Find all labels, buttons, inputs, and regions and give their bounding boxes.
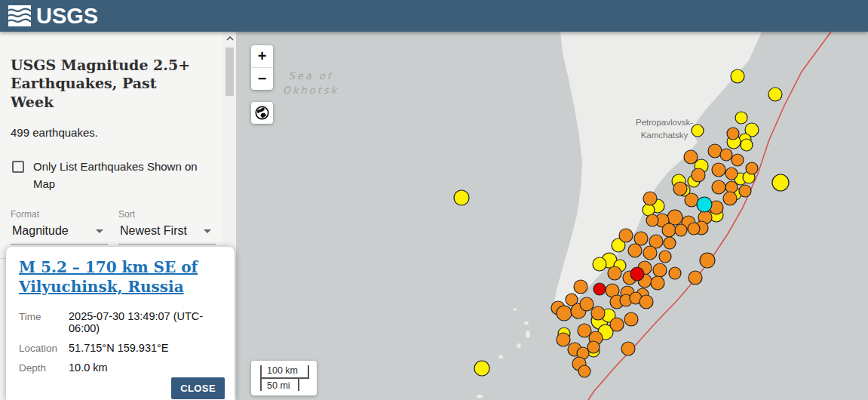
- earthquake-marker-orange[interactable]: [688, 223, 700, 235]
- earthquake-marker-red[interactable]: [630, 267, 644, 281]
- earthquake-marker-orange[interactable]: [643, 246, 657, 260]
- zoom-out-button[interactable]: −: [251, 68, 273, 90]
- depth-label: Depth: [19, 362, 69, 374]
- earthquake-marker-orange[interactable]: [580, 297, 593, 311]
- earthquake-detail-popup: M 5.2 – 170 km SE of Vilyuchinsk, Russia…: [6, 247, 235, 400]
- usgs-header: USGS: [0, 0, 868, 32]
- earthquake-marker-orange[interactable]: [659, 251, 671, 263]
- chevron-down-icon: [96, 229, 103, 233]
- island: [526, 331, 530, 338]
- earthquake-marker-yellow[interactable]: [593, 257, 606, 271]
- earthquake-marker-yellow[interactable]: [772, 174, 789, 191]
- sort-select[interactable]: Newest First: [118, 220, 216, 245]
- earthquake-marker-yellow[interactable]: [454, 190, 469, 205]
- earthquake-marker-orange[interactable]: [619, 229, 633, 242]
- earthquake-marker-orange[interactable]: [557, 333, 570, 346]
- petropavlovsk-kamchatsky-label: Petropavlovsk- Kamchatsky: [630, 116, 699, 141]
- earthquake-marker-orange[interactable]: [675, 224, 687, 236]
- earthquake-marker-orange[interactable]: [669, 267, 681, 279]
- map-scale: 100 km 50 mi: [251, 361, 317, 395]
- earthquake-marker-orange[interactable]: [634, 232, 648, 245]
- earthquake-marker-orange[interactable]: [646, 214, 658, 226]
- time-row: Time 2025-07-30 13:49:07 (UTC-06:00): [19, 310, 222, 334]
- location-label: Location: [19, 342, 69, 354]
- time-label: Time: [19, 310, 69, 334]
- zoom-control: + −: [251, 45, 273, 90]
- format-value: Magnitude: [12, 224, 69, 238]
- earthquake-marker-orange[interactable]: [725, 168, 738, 180]
- globe-button[interactable]: [251, 102, 273, 124]
- earthquake-marker-orange[interactable]: [712, 163, 725, 177]
- earthquake-marker-orange[interactable]: [610, 318, 624, 331]
- earthquake-marker-orange[interactable]: [689, 271, 702, 285]
- only-list-shown-checkbox-row[interactable]: Only List Earthquakes Shown on Map: [11, 158, 207, 193]
- earthquake-marker-orange[interactable]: [708, 144, 722, 158]
- earthquake-marker-orange[interactable]: [732, 154, 744, 166]
- sea-of-okhotsk-label: Sea of Okhotsk: [269, 69, 352, 98]
- sort-value: Newest First: [120, 224, 187, 238]
- scale-km-label: 100 km: [262, 365, 309, 379]
- earthquake-marker-orange[interactable]: [673, 182, 687, 195]
- earthquake-marker-orange[interactable]: [574, 280, 587, 294]
- earthquake-marker-yellow[interactable]: [741, 139, 753, 151]
- event-title-link[interactable]: M 5.2 – 170 km SE of Vilyuchinsk, Russia: [19, 257, 222, 297]
- zoom-in-button[interactable]: +: [251, 45, 273, 67]
- scale-mi-label: 50 mi: [262, 379, 299, 391]
- checkbox[interactable]: [12, 161, 24, 173]
- earthquake-marker-red[interactable]: [593, 283, 606, 295]
- usgs-logo[interactable]: USGS: [8, 4, 98, 28]
- island: [498, 355, 503, 359]
- location-value: 51.715°N 159.931°E: [69, 342, 169, 354]
- sort-label: Sort: [118, 209, 216, 220]
- page-title: USGS Magnitude 2.5+ Earthquakes, Past We…: [11, 56, 199, 111]
- island: [517, 343, 521, 348]
- earthquake-marker-orange[interactable]: [684, 150, 698, 164]
- earthquake-marker-yellow[interactable]: [474, 361, 489, 376]
- earthquake-marker-yellow[interactable]: [768, 88, 782, 101]
- time-value: 2025-07-30 13:49:07 (UTC-06:00): [69, 310, 222, 334]
- earthquake-marker-orange[interactable]: [685, 193, 698, 207]
- earthquake-marker-orange[interactable]: [653, 263, 667, 277]
- earthquake-marker-orange[interactable]: [578, 365, 590, 377]
- earthquake-marker-orange[interactable]: [651, 276, 664, 290]
- scrollbar-thumb[interactable]: [225, 48, 234, 96]
- scroll-up-icon[interactable]: [223, 32, 236, 45]
- depth-value: 10.0 km: [69, 362, 108, 374]
- earthquake-marker-orange[interactable]: [624, 312, 638, 326]
- map[interactable]: Sea of Okhotsk Petropavlovsk- Kamchatsky…: [236, 32, 868, 400]
- earthquake-marker-orange[interactable]: [639, 295, 653, 309]
- earthquake-marker-orange[interactable]: [700, 253, 715, 268]
- island: [477, 395, 483, 398]
- format-select[interactable]: Magnitude: [11, 220, 108, 245]
- close-button[interactable]: CLOSE: [171, 377, 225, 399]
- island: [524, 322, 529, 325]
- earthquake-marker-orange[interactable]: [723, 192, 737, 205]
- earthquake-marker-orange[interactable]: [692, 168, 705, 182]
- earthquake-marker-orange[interactable]: [746, 162, 758, 174]
- chevron-down-icon: [204, 229, 211, 233]
- earthquake-marker-orange[interactable]: [628, 244, 642, 257]
- earthquake-marker-orange[interactable]: [739, 185, 751, 197]
- earthquake-marker-yellow[interactable]: [735, 112, 747, 124]
- earthquake-marker-yellow[interactable]: [731, 69, 744, 83]
- earthquake-marker-orange[interactable]: [587, 341, 600, 353]
- earthquake-marker-orange[interactable]: [725, 181, 738, 193]
- usgs-logotype: USGS: [36, 5, 98, 27]
- earthquake-marker-orange[interactable]: [557, 306, 572, 321]
- earthquake-marker-orange[interactable]: [643, 192, 657, 205]
- earthquake-marker-orange[interactable]: [667, 210, 682, 225]
- earthquake-count: 499 earthquakes.: [11, 126, 224, 139]
- globe-icon: [255, 106, 269, 120]
- earthquake-marker-orange[interactable]: [608, 266, 621, 280]
- earthquake-marker-orange[interactable]: [712, 180, 725, 194]
- earthquake-marker-orange[interactable]: [591, 306, 605, 320]
- earthquake-marker-cyan[interactable]: [697, 197, 712, 212]
- checkbox-label: Only List Earthquakes Shown on Map: [33, 158, 207, 193]
- island: [514, 308, 517, 311]
- earthquake-marker-orange[interactable]: [664, 237, 676, 249]
- earthquake-marker-orange[interactable]: [621, 342, 635, 355]
- format-label: Format: [11, 209, 108, 220]
- earthquake-marker-orange[interactable]: [662, 223, 676, 237]
- earthquake-marker-orange[interactable]: [720, 149, 732, 161]
- earthquake-marker-orange[interactable]: [727, 128, 739, 140]
